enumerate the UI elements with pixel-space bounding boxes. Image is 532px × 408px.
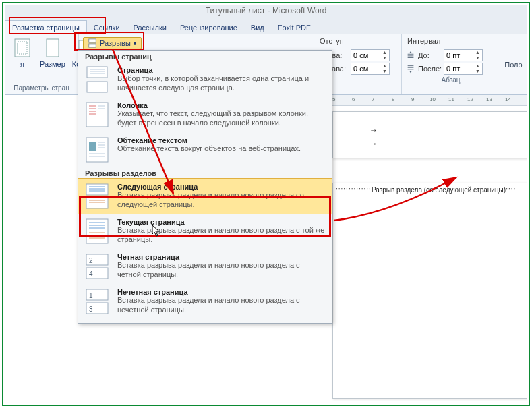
size-label: Размер [40, 60, 65, 68]
cursor-icon [152, 225, 161, 238]
break-evenpage-desc: Вставка разрыва раздела и начало нового … [117, 261, 325, 280]
section-break-label: Разрыв раздела (со следующей страницы) [372, 186, 506, 194]
spin-down-icon[interactable]: ▼ [380, 69, 389, 74]
ruler-mark: 14 [505, 96, 511, 103]
tab-review[interactable]: Рецензирование [173, 21, 244, 34]
document-page-2[interactable]: ::::::::::::::Разрыв раздела (со следующ… [332, 183, 527, 399]
spacing-before-spinner[interactable]: ▲▼ [444, 49, 483, 61]
indent-left-input[interactable] [351, 51, 380, 59]
ruler-mark: 8 [392, 96, 394, 103]
ruler-mark: 13 [486, 96, 492, 103]
evenpage-break-icon: 24 [85, 253, 109, 280]
break-nextpage-item[interactable]: Следующая страницаВставка разрыва раздел… [78, 178, 332, 214]
document-page-1[interactable]: → → [332, 111, 527, 158]
spacing-after-spinner[interactable]: ▲▼ [444, 63, 483, 75]
spacing-before-label: До: [418, 51, 441, 59]
svg-rect-2 [47, 39, 59, 57]
svg-rect-7 [87, 67, 107, 78]
break-page-item[interactable]: СтраницаВыбор точки, в которой заканчива… [78, 62, 332, 97]
spin-down-icon[interactable]: ▼ [473, 69, 482, 74]
size-icon [42, 37, 63, 59]
break-continuous-item[interactable]: Текущая страницаВставка разрыва раздела … [78, 214, 332, 249]
oddpage-break-icon: 13 [85, 288, 109, 315]
spin-up-icon[interactable]: ▲ [473, 63, 482, 69]
size-button[interactable]: Размер [37, 36, 68, 83]
page-break-icon [85, 66, 109, 93]
spin-down-icon[interactable]: ▼ [380, 55, 389, 61]
dropdown-section-page-breaks: Разрывы страниц [78, 51, 332, 62]
spin-up-icon[interactable]: ▲ [380, 63, 389, 69]
ruler-mark: 11 [448, 96, 454, 103]
svg-rect-5 [89, 39, 96, 42]
break-textwrap-item[interactable]: Обтекание текстомОбтекание текста вокруг… [78, 132, 332, 167]
svg-rect-6 [89, 44, 96, 47]
svg-rect-8 [87, 82, 107, 92]
section-break-marker: ::::::::::::::Разрыв раздела (со следующ… [336, 186, 525, 194]
window-title: Титульный лист - Microsoft Word [5, 5, 527, 18]
position-truncated-label: Поло [504, 61, 522, 69]
svg-text:2: 2 [89, 257, 93, 264]
dropdown-section-section-breaks: Разрывы разделов [78, 167, 332, 179]
indent-right-input[interactable] [351, 65, 380, 73]
ruler-mark: 5 [332, 96, 335, 103]
ruler-mark: 6 [352, 96, 355, 103]
page-setup-group-label: Параметры стран [9, 83, 74, 93]
nextpage-break-icon [85, 183, 109, 210]
spin-up-icon[interactable]: ▲ [473, 50, 482, 55]
tab-mailings[interactable]: Рассылки [127, 21, 173, 34]
interval-header: Интервал [406, 36, 496, 47]
break-nextpage-title: Следующая страница [117, 183, 325, 191]
svg-text:3: 3 [89, 305, 93, 313]
break-continuous-desc: Вставка разрыва раздела и начало нового … [117, 226, 325, 245]
break-evenpage-item[interactable]: 24 Четная страницаВставка разрыва раздел… [78, 249, 332, 284]
svg-rect-11 [89, 142, 96, 151]
spin-up-icon[interactable]: ▲ [380, 50, 389, 55]
breaks-dropdown: Разрывы страниц СтраницаВыбор точки, в к… [78, 50, 332, 324]
column-break-icon [85, 101, 109, 128]
break-evenpage-title: Четная страница [117, 253, 325, 261]
breaks-button[interactable]: Разрывы ▾ [83, 37, 142, 49]
spin-down-icon[interactable]: ▼ [473, 55, 482, 61]
break-column-desc: Указывает, что текст, следующий за разры… [117, 109, 325, 128]
continuous-break-icon [85, 218, 109, 245]
breaks-icon [88, 38, 97, 48]
tab-references[interactable]: Ссылки [87, 21, 127, 34]
break-oddpage-title: Нечетная страница [117, 288, 325, 296]
break-continuous-title: Текущая страница [117, 218, 325, 226]
tab-page-layout[interactable]: Разметка страницы [5, 20, 87, 34]
svg-text:4: 4 [89, 270, 93, 278]
textwrap-break-icon [85, 136, 109, 163]
break-textwrap-title: Обтекание текстом [117, 136, 301, 144]
spacing-after-label: После: [418, 65, 441, 73]
break-oddpage-item[interactable]: 13 Нечетная страницаВставка разрыва разд… [78, 284, 332, 319]
paragraph-group-label: Абзац [406, 75, 496, 85]
tab-arrow-icon: → [370, 125, 378, 135]
break-page-desc: Выбор точки, в которой заканчивается одн… [117, 74, 325, 93]
margins-icon [11, 37, 33, 59]
spacing-after-icon [406, 64, 415, 74]
tab-foxit-pdf[interactable]: Foxit PDF [271, 21, 318, 34]
break-column-title: Колонка [117, 101, 325, 109]
tab-view[interactable]: Вид [244, 21, 271, 34]
document-area[interactable]: 5 6 7 8 9 10 11 12 13 14 → → :::::::::::… [328, 95, 527, 403]
spacing-before-input[interactable] [444, 51, 473, 59]
ruler-mark: 10 [430, 96, 436, 103]
ruler-mark: 9 [411, 96, 414, 103]
margins-label: я [20, 60, 24, 68]
indent-right-spinner[interactable]: ▲▼ [351, 63, 390, 75]
break-page-title: Страница [117, 66, 325, 74]
spacing-before-icon [406, 51, 415, 60]
break-column-item[interactable]: КолонкаУказывает, что текст, следующий з… [78, 97, 332, 132]
break-oddpage-desc: Вставка разрыва раздела и начало нового … [117, 296, 325, 315]
svg-rect-13 [86, 198, 108, 208]
indent-header: Отступ [318, 36, 397, 47]
breaks-label: Разрывы [100, 39, 131, 47]
margins-button[interactable]: я [9, 36, 36, 83]
horizontal-ruler[interactable]: 5 6 7 8 9 10 11 12 13 14 [328, 95, 527, 106]
svg-rect-12 [86, 184, 108, 195]
break-textwrap-desc: Обтекание текста вокруг объектов на веб-… [117, 144, 301, 154]
indent-left-spinner[interactable]: ▲▼ [351, 49, 390, 61]
break-nextpage-desc: Вставка разрыва раздела и начало нового … [117, 191, 325, 210]
spacing-after-input[interactable] [444, 65, 473, 73]
svg-text:1: 1 [89, 292, 93, 299]
